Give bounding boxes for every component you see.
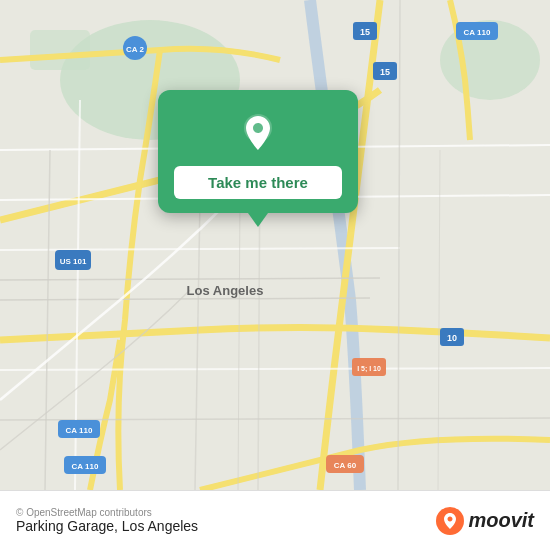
svg-text:Los Angeles: Los Angeles — [187, 283, 264, 298]
copyright-text: © OpenStreetMap contributors — [16, 507, 198, 518]
location-name: Parking Garage, Los Angeles — [16, 518, 198, 534]
svg-text:15: 15 — [360, 27, 370, 37]
svg-text:CA 60: CA 60 — [334, 461, 357, 470]
svg-text:CA 110: CA 110 — [66, 426, 93, 435]
svg-text:CA 2: CA 2 — [126, 45, 144, 54]
take-me-there-button[interactable]: Take me there — [174, 166, 342, 199]
svg-rect-3 — [30, 30, 90, 70]
svg-text:15: 15 — [380, 67, 390, 77]
svg-text:US 101: US 101 — [60, 257, 87, 266]
location-popup: Take me there — [158, 90, 358, 213]
moovit-pin-icon — [436, 507, 464, 535]
moovit-brand-text: moovit — [468, 509, 534, 532]
svg-text:CA 110: CA 110 — [72, 462, 99, 471]
location-pin-icon — [234, 108, 282, 156]
svg-text:I 5; I 10: I 5; I 10 — [357, 365, 381, 373]
location-info: © OpenStreetMap contributors Parking Gar… — [16, 507, 198, 534]
svg-text:CA 110: CA 110 — [464, 28, 491, 37]
svg-text:10: 10 — [447, 333, 457, 343]
moovit-logo: moovit — [436, 507, 534, 535]
svg-point-40 — [436, 507, 464, 535]
map-view[interactable]: CA 2 US 101 CA 110 CA 110 15 CA 110 10 I… — [0, 0, 550, 490]
bottom-bar: © OpenStreetMap contributors Parking Gar… — [0, 490, 550, 550]
